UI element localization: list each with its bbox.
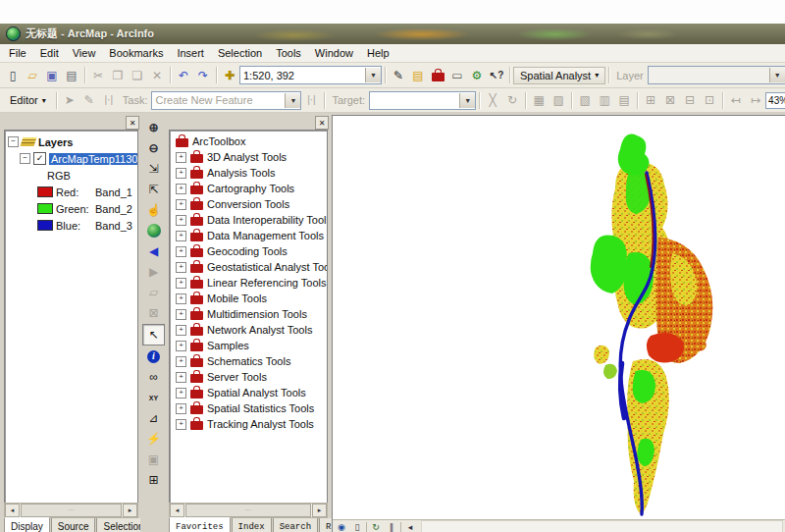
- pan-icon[interactable]: ☝: [143, 200, 164, 220]
- toolbox-item[interactable]: Cartography Tools: [173, 181, 327, 196]
- whats-this-icon[interactable]: ↖?: [487, 66, 506, 85]
- menu-file[interactable]: File: [2, 46, 33, 60]
- menu-help[interactable]: Help: [360, 46, 396, 60]
- layer-name[interactable]: ArcMapTemp113094: [49, 153, 137, 165]
- pause-drawing-icon[interactable]: ∥: [385, 521, 398, 532]
- expand-icon[interactable]: [176, 215, 186, 226]
- editor-sketch-icon[interactable]: ✎: [389, 66, 408, 85]
- toolbox-item[interactable]: Multidimension Tools: [173, 306, 327, 322]
- toolbox-item[interactable]: Samples: [173, 338, 327, 353]
- expand-icon[interactable]: [176, 325, 186, 336]
- print-icon[interactable]: ▤: [62, 66, 81, 85]
- expand-icon[interactable]: [176, 356, 186, 367]
- expand-icon[interactable]: [176, 199, 186, 210]
- redo-icon[interactable]: ↷: [193, 66, 213, 85]
- arccatalog-icon[interactable]: ▤: [408, 66, 428, 85]
- arctoolbox-icon[interactable]: [428, 66, 447, 85]
- expand-icon[interactable]: [176, 278, 186, 289]
- expand-icon[interactable]: [176, 372, 186, 383]
- tab-source[interactable]: Source: [51, 518, 96, 532]
- full-extent-icon[interactable]: [143, 221, 164, 240]
- toc-renderer-row[interactable]: RGB: [8, 167, 137, 184]
- spatial-analyst-dropdown[interactable]: Spatial Analyst: [513, 67, 605, 84]
- green-band-swatch[interactable]: [37, 203, 53, 214]
- toolbox-item[interactable]: Tracking Analyst Tools: [173, 416, 327, 432]
- collapse-icon[interactable]: [8, 136, 19, 147]
- toolbox-item[interactable]: Spatial Analyst Tools: [173, 385, 327, 400]
- zoom-in-icon[interactable]: ⊕: [143, 118, 164, 137]
- menu-tools[interactable]: Tools: [269, 46, 308, 60]
- tab-favorites[interactable]: Favorites: [169, 517, 231, 532]
- add-data-icon[interactable]: ✚: [220, 66, 239, 85]
- previous-extent-icon[interactable]: ◀: [143, 241, 164, 261]
- refresh-icon[interactable]: ↻: [369, 521, 383, 532]
- go-to-xy-icon[interactable]: XY: [143, 388, 164, 407]
- scroll-right-icon[interactable]: ▸: [123, 504, 137, 517]
- layer-visibility-checkbox[interactable]: [33, 152, 46, 165]
- expand-icon[interactable]: [176, 293, 186, 304]
- toc-close-icon[interactable]: [126, 116, 139, 130]
- expand-icon[interactable]: [176, 231, 186, 241]
- toolbox-item[interactable]: Server Tools: [173, 369, 327, 385]
- toolbox-item[interactable]: Linear Referencing Tools: [173, 275, 327, 291]
- expand-icon[interactable]: [176, 262, 186, 273]
- command-line-icon[interactable]: ▭: [447, 66, 467, 85]
- map-canvas[interactable]: ◉ ▯ ↻ ∥ ◂: [332, 115, 785, 532]
- toolbox-item[interactable]: Geostatistical Analyst Tools: [173, 259, 327, 275]
- toc-band-row[interactable]: Blue: Band_3: [8, 217, 137, 234]
- toolbox-item[interactable]: Conversion Tools: [173, 196, 327, 212]
- toc-layer-row[interactable]: ArcMapTemp113094: [8, 150, 137, 167]
- toolbox-item[interactable]: Data Management Tools: [173, 228, 327, 243]
- collapse-icon[interactable]: [20, 153, 30, 164]
- expand-icon[interactable]: [176, 403, 186, 414]
- menu-edit[interactable]: Edit: [33, 46, 66, 60]
- cell-zoom-percent[interactable]: 43%: [765, 92, 785, 109]
- toc-hscrollbar[interactable]: ◂ ⋯ ▸: [4, 503, 138, 518]
- menu-insert[interactable]: Insert: [170, 46, 211, 60]
- zoom-out-icon[interactable]: ⊖: [143, 138, 164, 158]
- menu-window[interactable]: Window: [308, 46, 360, 60]
- expand-icon[interactable]: [176, 388, 186, 399]
- toc-band-row[interactable]: Green: Band_2: [8, 200, 137, 217]
- toc-root-row[interactable]: Layers: [8, 133, 137, 150]
- toc-band-row[interactable]: Red: Band_1: [8, 184, 137, 200]
- red-band-swatch[interactable]: [37, 186, 53, 197]
- scale-dropdown-arrow-icon[interactable]: [365, 68, 381, 82]
- arctoolbox-close-icon[interactable]: [315, 116, 329, 130]
- find-icon[interactable]: ∞: [143, 367, 164, 387]
- save-icon[interactable]: ▣: [42, 66, 62, 85]
- toolbox-item[interactable]: Network Analyst Tools: [173, 322, 327, 338]
- fixed-zoom-in-icon[interactable]: ⇲: [143, 159, 164, 179]
- data-view-icon[interactable]: ◉: [335, 521, 348, 532]
- toolbox-item[interactable]: Schematics Tools: [173, 353, 327, 369]
- expand-icon[interactable]: [176, 168, 186, 179]
- scroll-thumb[interactable]: ⋯: [21, 504, 122, 517]
- scroll-right-icon[interactable]: ▸: [312, 504, 327, 517]
- expand-icon[interactable]: [176, 419, 186, 430]
- expand-icon[interactable]: [176, 246, 186, 257]
- toolbox-item[interactable]: Geocoding Tools: [173, 243, 327, 259]
- scroll-thumb[interactable]: ⋯: [185, 504, 311, 517]
- arctoolbox-hscrollbar[interactable]: ◂ ⋯ ▸: [169, 503, 328, 518]
- scroll-left-icon[interactable]: ◂: [170, 504, 184, 517]
- fixed-zoom-out-icon[interactable]: ⇱: [143, 180, 164, 199]
- menu-bookmarks[interactable]: Bookmarks: [102, 46, 170, 60]
- tab-search[interactable]: Search: [273, 518, 318, 532]
- expand-icon[interactable]: [176, 341, 186, 351]
- identify-icon[interactable]: i: [143, 346, 164, 366]
- scroll-left-icon[interactable]: ◂: [5, 504, 20, 517]
- title-bar[interactable]: 无标题 - ArcMap - ArcInfo: [0, 24, 785, 44]
- toolbox-item[interactable]: Analysis Tools: [173, 165, 327, 181]
- expand-icon[interactable]: [176, 184, 186, 194]
- editor-menu-button[interactable]: Editor: [3, 91, 53, 109]
- expand-icon[interactable]: [176, 309, 186, 320]
- map-scroll-left-icon[interactable]: ◂: [403, 521, 417, 532]
- new-document-icon[interactable]: ▯: [3, 66, 23, 85]
- toolbox-item[interactable]: Spatial Statistics Tools: [173, 400, 327, 416]
- measure-icon[interactable]: ⊿: [143, 408, 164, 428]
- menu-selection[interactable]: Selection: [211, 46, 269, 60]
- map-scale-combo[interactable]: 1:520, 392: [239, 66, 382, 84]
- map-hscrollbar[interactable]: [421, 520, 783, 532]
- undo-icon[interactable]: ↶: [174, 66, 193, 85]
- toolbox-item[interactable]: Data Interoperability Tools: [173, 212, 327, 228]
